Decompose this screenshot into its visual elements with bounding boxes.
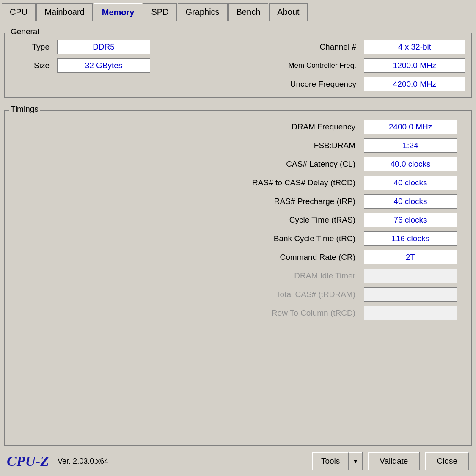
timing-value-7: 2T	[364, 250, 457, 264]
content-area: General Type DDR5 Channel # 4 x 32-bit S…	[0, 21, 476, 446]
tab-mainboard[interactable]: Mainboard	[36, 3, 93, 21]
main-window: CPU Mainboard Memory SPD Graphics Bench …	[0, 0, 476, 476]
timing-label-4: RAS# Precharge (tRP)	[19, 197, 360, 206]
close-button[interactable]: Close	[425, 452, 469, 470]
size-value: 32 GBytes	[57, 58, 150, 73]
version-text: Ver. 2.03.0.x64	[58, 457, 108, 466]
uncore-label: Uncore Frequency	[154, 80, 360, 89]
timing-value-4: 40 clocks	[364, 194, 457, 209]
timing-value-3: 40 clocks	[364, 176, 457, 190]
general-grid: Type DDR5 Channel # 4 x 32-bit Size 32 G…	[11, 40, 465, 91]
timing-label-2: CAS# Latency (CL)	[19, 160, 360, 169]
tab-bench[interactable]: Bench	[228, 3, 269, 21]
general-group: General Type DDR5 Channel # 4 x 32-bit S…	[4, 33, 472, 98]
tab-graphics[interactable]: Graphics	[178, 3, 228, 21]
timing-value-5: 76 clocks	[364, 213, 457, 227]
timing-value-9	[364, 287, 457, 302]
timing-value-6: 116 clocks	[364, 231, 457, 246]
type-label: Type	[11, 42, 53, 52]
size-label: Size	[11, 61, 53, 70]
timing-value-0: 2400.0 MHz	[364, 120, 457, 134]
cpu-z-logo: CPU-Z	[7, 453, 49, 469]
timings-grid: DRAM Frequency2400.0 MHzFSB:DRAM1:24CAS#…	[11, 117, 465, 323]
type-value: DDR5	[57, 40, 150, 54]
tab-memory[interactable]: Memory	[94, 3, 143, 22]
timing-value-10	[364, 306, 457, 320]
memctrl-label: Mem Controller Freq.	[154, 61, 360, 70]
validate-button[interactable]: Validate	[368, 452, 420, 470]
timing-value-2: 40.0 clocks	[364, 157, 457, 171]
timing-label-1: FSB:DRAM	[19, 141, 360, 150]
timing-value-8	[364, 269, 457, 283]
timing-label-8: DRAM Idle Timer	[19, 271, 360, 281]
footer: CPU-Z Ver. 2.03.0.x64 Tools ▼ Validate C…	[0, 446, 476, 476]
general-title: General	[9, 27, 41, 36]
channel-label: Channel #	[154, 42, 360, 52]
channel-value: 4 x 32-bit	[364, 40, 465, 54]
tools-button[interactable]: Tools	[312, 452, 349, 470]
tools-dropdown-button[interactable]: ▼	[349, 452, 363, 470]
timings-group: Timings DRAM Frequency2400.0 MHzFSB:DRAM…	[4, 110, 472, 446]
timing-label-3: RAS# to CAS# Delay (tRCD)	[19, 178, 360, 187]
timing-label-10: Row To Column (tRCD)	[19, 308, 360, 318]
timing-label-6: Bank Cycle Time (tRC)	[19, 234, 360, 243]
timing-label-5: Cycle Time (tRAS)	[19, 215, 360, 225]
tab-spd[interactable]: SPD	[143, 3, 176, 21]
tab-bar: CPU Mainboard Memory SPD Graphics Bench …	[0, 0, 476, 21]
timings-title: Timings	[9, 105, 40, 114]
tab-cpu[interactable]: CPU	[2, 3, 36, 21]
memctrl-value: 1200.0 MHz	[364, 58, 465, 73]
tab-about[interactable]: About	[269, 3, 307, 21]
dropdown-arrow-icon: ▼	[352, 458, 358, 465]
timing-value-1: 1:24	[364, 138, 457, 153]
timing-label-7: Command Rate (CR)	[19, 253, 360, 262]
tools-wrapper: Tools ▼	[312, 452, 363, 470]
timing-label-9: Total CAS# (tRDRAM)	[19, 290, 360, 299]
uncore-value: 4200.0 MHz	[364, 77, 465, 91]
timing-label-0: DRAM Frequency	[19, 122, 360, 132]
